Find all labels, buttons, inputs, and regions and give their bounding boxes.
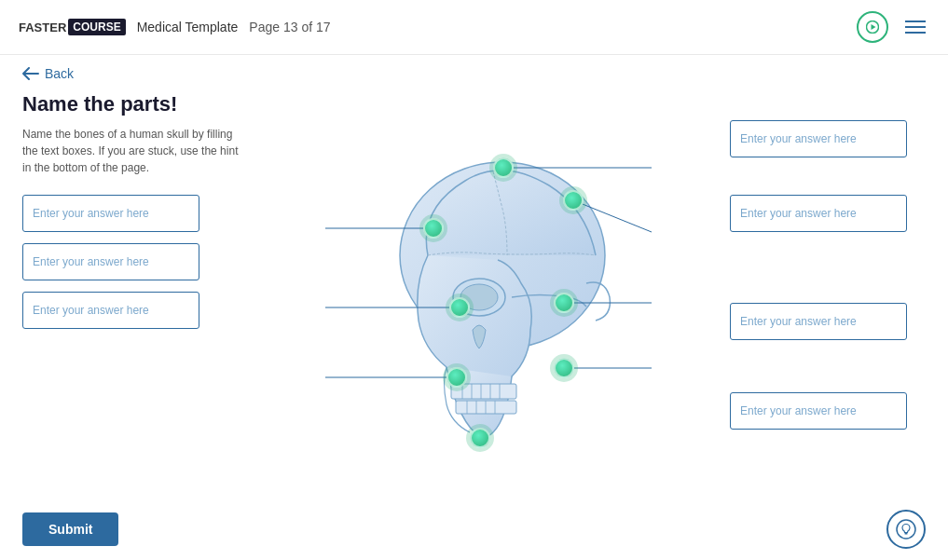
svg-rect-11	[456, 401, 516, 414]
left-answer-input-3[interactable]	[22, 292, 199, 329]
menu-icon-line3	[905, 32, 926, 34]
header-page-info: Page 13 of 17	[249, 20, 330, 34]
hint-button[interactable]	[886, 510, 926, 549]
footer: Submit	[0, 499, 948, 560]
right-answer-input-3[interactable]	[730, 303, 907, 340]
svg-rect-24	[905, 533, 908, 535]
header-title: Medical Template	[137, 20, 239, 34]
left-answer-input-2[interactable]	[22, 243, 199, 280]
back-button[interactable]: Back	[0, 55, 948, 92]
right-answer-input-4[interactable]	[730, 392, 907, 430]
hotspot-bottom[interactable]	[470, 428, 490, 448]
back-label: Back	[45, 66, 74, 81]
hint-icon	[896, 519, 916, 540]
play-icon	[866, 20, 879, 34]
hotspot-left-upper[interactable]	[423, 218, 444, 239]
hotspot-top[interactable]	[493, 157, 514, 178]
logo-course: COURSE	[68, 19, 125, 35]
skull-diagram-area	[246, 92, 730, 540]
svg-marker-1	[872, 24, 876, 30]
hotspot-right-upper[interactable]	[563, 190, 584, 211]
page-description: Name the bones of a human skull by filli…	[22, 126, 246, 176]
header: FASTER COURSE Medical Template Page 13 o…	[0, 0, 948, 55]
right-answer-input-2[interactable]	[730, 195, 907, 232]
menu-icon-line1	[905, 20, 926, 22]
right-answer-input-1[interactable]	[730, 120, 907, 157]
left-answer-input-1[interactable]	[22, 195, 199, 232]
menu-button[interactable]	[901, 17, 929, 37]
hotspot-right-lower[interactable]	[554, 358, 574, 378]
page-heading: Name the parts!	[22, 92, 246, 116]
back-arrow-icon	[22, 67, 39, 80]
left-panel: Name the parts! Name the bones of a huma…	[22, 92, 246, 540]
skull-container	[316, 116, 661, 516]
hotspot-left-eye[interactable]	[449, 297, 470, 318]
main-content: Name the parts! Name the bones of a huma…	[0, 92, 948, 540]
play-button[interactable]	[857, 11, 888, 43]
logo-faster: FASTER	[19, 20, 66, 34]
right-panel	[730, 92, 926, 540]
svg-point-23	[897, 520, 915, 539]
submit-button[interactable]: Submit	[22, 512, 118, 546]
menu-icon-line2	[905, 26, 926, 28]
hotspot-right-middle[interactable]	[554, 293, 574, 313]
hotspot-left-jaw[interactable]	[447, 367, 467, 388]
